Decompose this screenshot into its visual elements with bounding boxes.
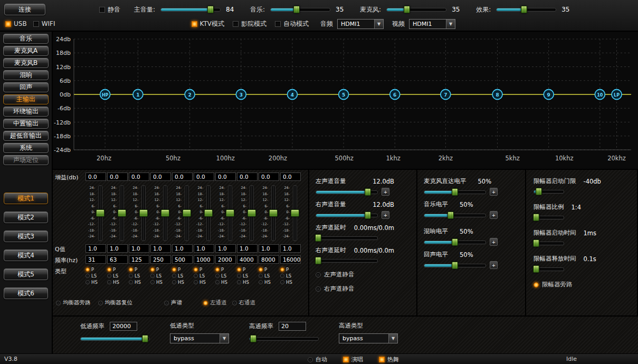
effect-volume-slider[interactable] (496, 6, 556, 13)
plus-button[interactable]: + (382, 188, 389, 196)
eq-node[interactable]: HP (100, 90, 110, 100)
limiter-ratio-slider[interactable] (534, 214, 564, 221)
slider-track[interactable] (183, 185, 191, 241)
type-option[interactable]: LS (259, 273, 279, 279)
radio-icon[interactable] (85, 280, 90, 284)
radio-icon[interactable] (129, 274, 133, 278)
slider-track[interactable] (96, 185, 104, 241)
mic-direct-level-slider[interactable] (424, 188, 486, 196)
highpass-freq-input[interactable]: 20 (279, 322, 306, 331)
slider-handle[interactable] (452, 262, 458, 269)
type-option[interactable]: P (85, 267, 106, 272)
slider-handle[interactable] (533, 214, 539, 221)
radio-icon[interactable] (259, 267, 263, 272)
left-mute-toggle[interactable]: 左声道静音 (316, 271, 410, 279)
radio-icon[interactable] (98, 301, 103, 305)
left-delay-slider[interactable] (316, 234, 378, 242)
type-option[interactable]: P (194, 267, 214, 272)
right-volume-slider[interactable] (316, 212, 378, 219)
eq-q-value[interactable]: 1.0 (107, 244, 128, 253)
eq-gain-value[interactable]: 0.0 (107, 173, 128, 181)
limiter-release-slider[interactable] (534, 265, 564, 273)
right-mute-toggle[interactable]: 右声道静音 (316, 285, 410, 293)
eq-gain-value[interactable]: 0.0 (172, 173, 193, 181)
eq-node[interactable]: 7 (441, 90, 451, 100)
slider-track[interactable] (139, 185, 148, 241)
slider-handle[interactable] (161, 209, 169, 217)
type-option[interactable]: P (259, 267, 279, 272)
left-channel-toggle[interactable]: 左通道 (203, 299, 227, 306)
eq-node[interactable]: 6 (390, 90, 400, 100)
radio-icon[interactable] (259, 280, 263, 284)
plus-button[interactable]: + (490, 238, 498, 246)
type-option[interactable]: HS (107, 280, 128, 285)
eq-band-slider[interactable]: 24-18-12-6-0--6--12--18--24- (237, 184, 258, 243)
mode-button[interactable]: 模式6 (4, 288, 48, 299)
eq-q-value[interactable]: 1.0 (129, 244, 149, 253)
checkbox-icon[interactable] (343, 357, 349, 362)
radio-icon[interactable] (150, 267, 155, 272)
radio-icon[interactable] (150, 280, 155, 284)
eq-q-value[interactable]: 1.0 (280, 244, 301, 253)
radio-icon[interactable] (85, 267, 90, 272)
radio-icon[interactable] (280, 267, 284, 272)
eq-q-value[interactable]: 1.0 (215, 244, 236, 253)
eq-node[interactable]: 8 (492, 90, 502, 100)
lowpass-type-dropdown[interactable]: bypass ▼ (170, 333, 229, 343)
sidebar-item[interactable]: 混响 (3, 70, 49, 80)
type-option[interactable]: P (280, 267, 301, 272)
auto-mode-toggle[interactable]: 自动模式 (275, 20, 309, 28)
radio-icon[interactable] (280, 280, 284, 284)
slider-handle[interactable] (521, 6, 527, 13)
chevron-down-icon[interactable]: ▼ (446, 20, 455, 28)
eq-node[interactable]: 5 (339, 90, 349, 100)
eq-q-value[interactable]: 1.0 (259, 244, 279, 253)
chevron-down-icon[interactable]: ▼ (388, 334, 397, 343)
eq-gain-value[interactable]: 0.0 (237, 173, 258, 181)
radio-icon[interactable] (107, 267, 111, 272)
mode-button[interactable]: 模式3 (4, 231, 48, 242)
mic-volume-slider[interactable] (386, 6, 446, 13)
sidebar-item[interactable]: 回声 (3, 82, 49, 92)
lowpass-freq-input[interactable]: 20000 (110, 322, 137, 331)
slider-track[interactable] (118, 185, 126, 241)
slider-handle[interactable] (269, 209, 278, 217)
slider-handle[interactable] (447, 212, 454, 219)
mute-toggle[interactable]: 静音 (99, 5, 120, 14)
usb-toggle[interactable]: USB (5, 20, 27, 27)
slider-track[interactable] (269, 185, 278, 241)
eq-band-slider[interactable]: 24-18-12-6-0--6--12--18--24- (259, 184, 279, 243)
eq-node[interactable]: 2 (185, 90, 195, 100)
cinema-mode-toggle[interactable]: 影院模式 (233, 20, 266, 28)
sidebar-item[interactable]: 麦克风A (3, 46, 49, 56)
sidebar-item[interactable]: 声场定位 (3, 155, 49, 165)
sing-toggle[interactable]: 演唱 (343, 356, 363, 363)
slider-handle[interactable] (142, 335, 148, 342)
mute-checkbox-icon[interactable] (99, 7, 105, 13)
type-option[interactable]: HS (237, 280, 258, 285)
eq-freq-value[interactable]: 31 (85, 255, 106, 264)
dance-toggle[interactable]: 热舞 (379, 356, 399, 363)
eq-gain-value[interactable]: 0.0 (259, 173, 279, 181)
sidebar-item[interactable]: 系统 (3, 143, 49, 153)
slider-handle[interactable] (226, 209, 234, 217)
radio-icon[interactable] (172, 280, 176, 284)
eq-gain-value[interactable]: 0.0 (85, 173, 106, 181)
type-option[interactable]: HS (129, 280, 149, 285)
eq-freq-value[interactable]: 4000 (237, 255, 258, 264)
eq-gain-value[interactable]: 0.0 (215, 173, 236, 181)
limiter-threshold-slider[interactable] (534, 188, 564, 195)
slider-handle[interactable] (96, 209, 104, 217)
radio-icon[interactable] (237, 267, 241, 272)
eq-node[interactable]: 10 (595, 90, 605, 100)
eq-q-value[interactable]: 1.0 (237, 244, 258, 253)
eq-band-slider[interactable]: 24-18-12-6-0--6--12--18--24- (150, 184, 171, 243)
slider-handle[interactable] (533, 240, 539, 247)
slider-track[interactable] (226, 185, 234, 241)
radio-icon[interactable] (237, 274, 241, 278)
radio-icon[interactable] (316, 286, 321, 292)
radio-icon[interactable] (150, 274, 155, 278)
eq-node[interactable]: 4 (287, 90, 297, 100)
type-option[interactable]: LS (129, 273, 149, 279)
chevron-down-icon[interactable]: ▼ (220, 334, 228, 343)
